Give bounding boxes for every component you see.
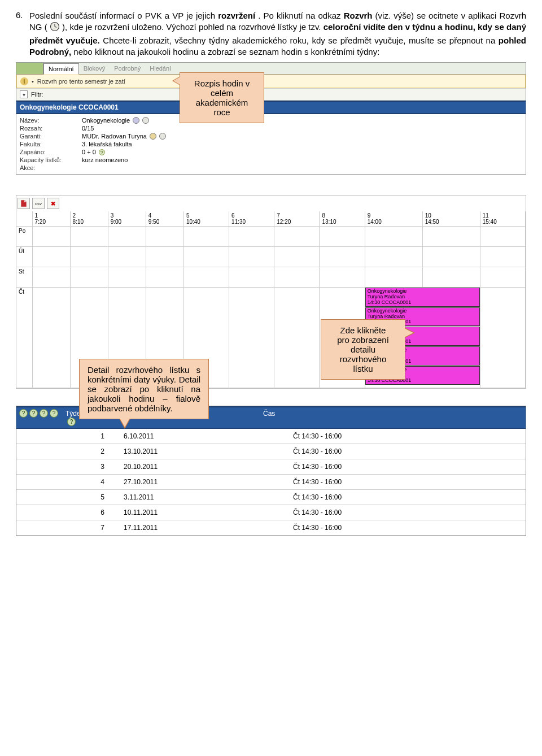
slot-time-code: 14:30 CCOCA0001 xyxy=(368,300,478,306)
table-row[interactable]: 717.11.2011Čt 14:30 - 16:00 xyxy=(16,520,526,536)
text: nebo kliknout na jakoukoli hodinu a zobr… xyxy=(73,47,379,57)
prop-label: Kapacity lístků: xyxy=(20,157,82,163)
empty-cell xyxy=(229,267,274,288)
empty-cell xyxy=(274,227,320,247)
row-icons-cell xyxy=(16,444,67,459)
callout-line: lístku xyxy=(329,364,397,373)
prop-akce: Akce: xyxy=(20,164,522,172)
time-cell: Čt 14:30 - 16:00 xyxy=(287,459,526,475)
text: Chcete-li zobrazit, všechny týdny akadem… xyxy=(103,36,499,45)
empty-cell xyxy=(274,247,320,267)
tab-podrobny[interactable]: Podrobný xyxy=(110,63,145,73)
empty-cell xyxy=(229,288,274,388)
time-cell: Čt 14:30 - 16:00 xyxy=(287,490,526,505)
empty-cell xyxy=(422,267,480,288)
row-icons-cell xyxy=(16,505,67,520)
empty-cell xyxy=(422,227,480,247)
week-cell: 5 xyxy=(67,490,118,505)
prop-value: 0 + 0 ? xyxy=(82,149,522,155)
date-cell: 27.10.2011 xyxy=(118,475,287,490)
date-cell: 3.11.2011 xyxy=(118,490,287,505)
timetable-slot[interactable]: OnkogynekologieTuryna Radovan14:30 CCOCA… xyxy=(365,288,480,307)
timetable-header-numbers: 17:20 28:10 39:00 49:50 510:40 611:30 71… xyxy=(16,211,526,227)
filter-label: Filtr: xyxy=(31,91,43,98)
week-cell: 2 xyxy=(67,444,118,459)
empty-cell xyxy=(146,247,183,267)
col-num: 1115:40 xyxy=(480,211,525,227)
export-csv-button[interactable]: csv xyxy=(32,198,45,209)
col-num: 28:10 xyxy=(70,211,108,227)
timetable-row: Po xyxy=(16,227,526,247)
tab-blokovy[interactable]: Blokový xyxy=(79,63,110,73)
prop-fakulta: Fakulta: 3. lékařská fakulta xyxy=(20,140,522,148)
info-text: Rozvrh pro tento semestr je zatí xyxy=(37,78,125,85)
empty-cell xyxy=(365,247,422,267)
help-icon[interactable]: ? xyxy=(50,409,58,418)
empty-cell xyxy=(146,227,183,247)
help-icon[interactable]: ? xyxy=(67,418,76,426)
prop-garanti: Garanti: MUDr. Radovan Turyna xyxy=(20,132,522,140)
callout-detail-explain: Detail rozvrhového lístku s konkrétními … xyxy=(79,359,209,419)
empty-cell xyxy=(70,227,108,247)
col-num: 39:00 xyxy=(108,211,146,227)
empty-cell xyxy=(146,267,183,288)
detail-header-icons: ? ? ? ? xyxy=(16,407,61,428)
course-properties: Název: Onkogynekologie Rozsah: 0/15 Gara… xyxy=(16,114,526,174)
empty-cell xyxy=(32,227,70,247)
value-text: Onkogynekologie xyxy=(82,117,130,124)
delete-button[interactable]: ✖ xyxy=(47,198,59,209)
prop-value: Onkogynekologie xyxy=(82,117,522,124)
expand-filter-button[interactable]: ▾ xyxy=(20,90,28,98)
table-row[interactable]: 320.10.2011Čt 14:30 - 16:00 xyxy=(16,459,526,475)
tab-hledani[interactable]: Hledání xyxy=(145,63,176,73)
rozvrh-app: Normální Blokový Podrobný Hledání i • Ro… xyxy=(16,62,526,175)
tab-normalni[interactable]: Normální xyxy=(43,63,79,75)
empty-cell xyxy=(32,267,70,288)
clock-icon xyxy=(50,21,60,34)
empty-cell xyxy=(108,227,146,247)
time-cell: Čt 14:30 - 16:00 xyxy=(287,520,526,536)
prop-value: kurz neomezeno xyxy=(82,157,522,163)
empty-cell xyxy=(32,288,70,388)
empty-cell xyxy=(480,288,525,388)
prop-kapacity: Kapacity lístků: kurz neomezeno xyxy=(20,156,522,164)
clock-small-icon xyxy=(142,117,149,124)
table-row[interactable]: 53.11.2011Čt 14:30 - 16:00 xyxy=(16,490,526,505)
empty-cell xyxy=(480,247,525,267)
prop-nazev: Název: Onkogynekologie xyxy=(20,116,522,124)
help-icon[interactable]: ? xyxy=(29,409,38,418)
table-row[interactable]: 610.11.2011Čt 14:30 - 16:00 xyxy=(16,505,526,520)
help-icon[interactable]: ? xyxy=(19,409,28,418)
week-cell: 1 xyxy=(67,429,118,444)
col-num: 49:50 xyxy=(146,211,183,227)
table-row[interactable]: 427.10.2011Čt 14:30 - 16:00 xyxy=(16,475,526,490)
table-row[interactable]: 213.10.2011Čt 14:30 - 16:00 xyxy=(16,444,526,459)
empty-cell xyxy=(422,247,480,267)
prop-zapsano: Zapsáno: 0 + 0 ? xyxy=(20,148,522,156)
bold-word: rozvržení xyxy=(218,11,255,20)
time-cell: Čt 14:30 - 16:00 xyxy=(287,475,526,490)
help-icon[interactable]: ? xyxy=(99,149,105,155)
prop-label: Fakulta: xyxy=(20,141,82,147)
row-icons-cell xyxy=(16,520,67,536)
paragraph-body: Poslední součástí informací o PVK a VP j… xyxy=(29,10,526,58)
time-cell: Čt 14:30 - 16:00 xyxy=(287,444,526,459)
date-cell: 20.10.2011 xyxy=(118,459,287,475)
timetable-row: Út xyxy=(16,247,526,267)
table-row[interactable]: 16.10.2011Čt 14:30 - 16:00 xyxy=(16,429,526,444)
earth-icon xyxy=(133,117,139,124)
filter-row: ▾ Filtr: xyxy=(16,88,526,101)
callout-line: roce xyxy=(188,107,256,117)
empty-cell xyxy=(320,227,365,247)
export-pdf-button[interactable] xyxy=(18,198,30,209)
week-cell: 4 xyxy=(67,475,118,490)
col-header-cas: Čas xyxy=(259,407,526,428)
instruction-paragraph: 6. Poslední součástí informací o PVK a V… xyxy=(16,10,526,58)
help-icon[interactable]: ? xyxy=(40,409,48,418)
empty-cell xyxy=(229,247,274,267)
day-label: St xyxy=(16,267,32,288)
time-cell: Čt 14:30 - 16:00 xyxy=(287,505,526,520)
color-stub xyxy=(16,63,43,74)
clock-small-icon xyxy=(159,133,166,140)
row-icons-cell xyxy=(16,490,67,505)
